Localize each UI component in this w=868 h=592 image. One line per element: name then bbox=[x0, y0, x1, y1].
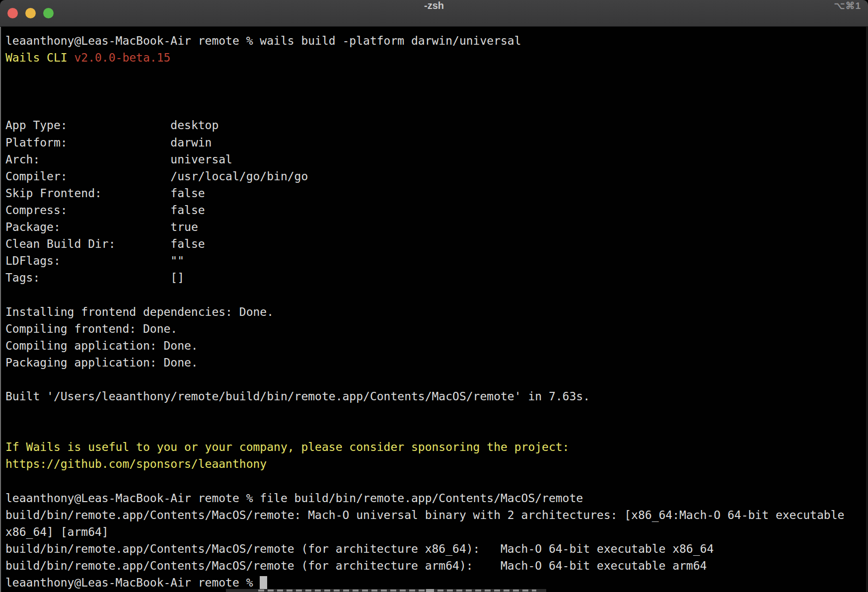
terminal-line: Clean Build Dir: false bbox=[5, 235, 866, 252]
text-segment: leaanthony@Leas-MacBook-Air remote % bbox=[5, 576, 260, 589]
terminal-line: Wails CLI v2.0.0-beta.15 bbox=[5, 49, 866, 66]
config-value: [] bbox=[170, 271, 184, 284]
terminal-line: Compiling frontend: Done. bbox=[5, 320, 866, 337]
config-value: false bbox=[170, 237, 205, 250]
config-label: LDFlags: bbox=[5, 254, 170, 267]
terminal-line bbox=[5, 100, 866, 117]
config-label: Compiler: bbox=[5, 170, 170, 183]
text-segment: Wails CLI bbox=[5, 51, 74, 64]
text-segment: build/bin/remote.app/Contents/MacOS/remo… bbox=[5, 542, 714, 555]
config-value: false bbox=[170, 204, 205, 217]
terminal-line: Skip Frontend: false bbox=[5, 185, 866, 202]
terminal-line: Platform: darwin bbox=[5, 134, 866, 151]
active-prompt-line: leaanthony@Leas-MacBook-Air remote % bbox=[5, 574, 866, 591]
terminal-line: build/bin/remote.app/Contents/MacOS/remo… bbox=[5, 557, 866, 574]
config-label: Arch: bbox=[5, 153, 170, 166]
text-segment: build/bin/remote.app/Contents/MacOS/remo… bbox=[5, 509, 851, 521]
window-title: -zsh bbox=[0, 0, 868, 26]
text-segment: leaanthony@Leas-MacBook-Air remote % wai… bbox=[5, 34, 521, 47]
terminal-line: Package: true bbox=[5, 219, 866, 235]
text-segment: build/bin/remote.app/Contents/MacOS/remo… bbox=[5, 559, 707, 572]
terminal-line: If Wails is useful to you or your compan… bbox=[5, 439, 866, 455]
terminal-line: x86_64] [arm64] bbox=[5, 523, 866, 540]
terminal-line bbox=[5, 286, 866, 303]
terminal-line: Packaging application: Done. bbox=[5, 354, 866, 371]
config-label: Skip Frontend: bbox=[5, 187, 170, 200]
terminal-line: Installing frontend dependencies: Done. bbox=[5, 303, 866, 320]
config-value: universal bbox=[170, 153, 232, 166]
config-label: Tags: bbox=[5, 271, 170, 284]
terminal-line: Compiler: /usr/local/go/bin/go bbox=[5, 168, 866, 185]
text-segment: If Wails is useful to you or your compan… bbox=[5, 441, 569, 453]
config-label: Compress: bbox=[5, 204, 170, 217]
terminal-line bbox=[5, 371, 866, 388]
terminal-line: Tags: [] bbox=[5, 269, 866, 286]
text-segment: Packaging application: Done. bbox=[5, 356, 198, 369]
terminal-line bbox=[5, 83, 866, 100]
terminal-line bbox=[5, 422, 866, 439]
config-value: darwin bbox=[170, 136, 212, 149]
traffic-lights bbox=[7, 8, 54, 18]
text-segment: Compiling frontend: Done. bbox=[5, 322, 177, 335]
terminal-line: Built '/Users/leaanthony/remote/build/bi… bbox=[5, 388, 866, 405]
title-bar[interactable]: -zsh ⌥⌘1 bbox=[0, 0, 868, 27]
terminal-line: Compiling application: Done. bbox=[5, 337, 866, 354]
text-segment: Built '/Users/leaanthony/remote/build/bi… bbox=[5, 390, 590, 403]
terminal-window: -zsh ⌥⌘1 leaanthony@Leas-MacBook-Air rem… bbox=[0, 0, 868, 592]
terminal-line: LDFlags: "" bbox=[5, 252, 866, 269]
terminal-line bbox=[5, 405, 866, 422]
terminal-line bbox=[5, 66, 866, 83]
background-window-sliver bbox=[226, 589, 546, 592]
terminal-cursor bbox=[260, 576, 267, 589]
config-value: desktop bbox=[170, 119, 218, 132]
config-value: true bbox=[170, 221, 198, 233]
text-segment: https://github.com/sponsors/leaanthony bbox=[5, 457, 267, 470]
config-label: Platform: bbox=[5, 136, 170, 149]
config-label: Clean Build Dir: bbox=[5, 237, 170, 250]
text-segment: Installing frontend dependencies: Done. bbox=[5, 305, 274, 318]
zoom-button[interactable] bbox=[43, 8, 54, 18]
config-label: App Type: bbox=[5, 119, 170, 132]
terminal-line: Arch: universal bbox=[5, 151, 866, 168]
background-window-fragment bbox=[426, 589, 434, 592]
text-segment: x86_64] [arm64] bbox=[5, 525, 109, 538]
config-label: Package: bbox=[5, 221, 170, 233]
background-window-text-fragments bbox=[258, 590, 536, 592]
text-segment: Compiling application: Done. bbox=[5, 339, 198, 352]
terminal-body[interactable]: leaanthony@Leas-MacBook-Air remote % wai… bbox=[0, 27, 868, 592]
sponsor-url: https://github.com/sponsors/leaanthony bbox=[5, 455, 866, 472]
terminal-line: leaanthony@Leas-MacBook-Air remote % wai… bbox=[5, 32, 866, 49]
minimize-button[interactable] bbox=[25, 8, 36, 18]
terminal-line: App Type: desktop bbox=[5, 117, 866, 134]
text-segment: v2.0.0-beta.15 bbox=[74, 51, 170, 64]
terminal-line: build/bin/remote.app/Contents/MacOS/remo… bbox=[5, 540, 866, 557]
config-value: "" bbox=[170, 254, 184, 267]
terminal-line bbox=[5, 472, 866, 489]
config-value: false bbox=[170, 187, 205, 200]
text-segment: leaanthony@Leas-MacBook-Air remote % fil… bbox=[5, 492, 583, 505]
terminal-line: Compress: false bbox=[5, 202, 866, 219]
window-shortcut-badge: ⌥⌘1 bbox=[834, 0, 861, 26]
config-value: /usr/local/go/bin/go bbox=[170, 170, 308, 183]
terminal-line: leaanthony@Leas-MacBook-Air remote % fil… bbox=[5, 490, 866, 507]
close-button[interactable] bbox=[7, 8, 18, 18]
terminal-line: build/bin/remote.app/Contents/MacOS/remo… bbox=[5, 507, 866, 523]
